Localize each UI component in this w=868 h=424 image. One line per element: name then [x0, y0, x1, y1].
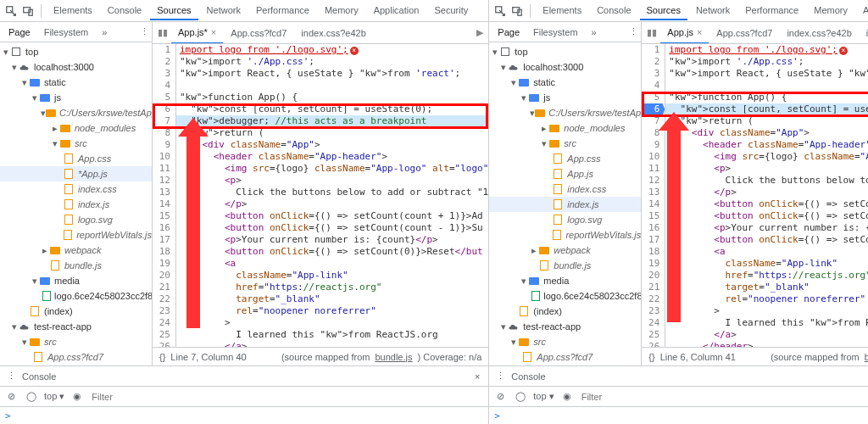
file-tab[interactable]: App.css?fcd7 [224, 22, 294, 44]
tree-file[interactable]: logo.svg [489, 212, 641, 227]
tree-file[interactable]: App.css [489, 151, 641, 166]
code-editor[interactable]: 1234567891011121314151617181920212223242… [642, 44, 868, 347]
file-tab[interactable]: index.js [860, 22, 868, 44]
code-editor[interactable]: 1234567891011121314151617181920212223242… [153, 44, 488, 347]
console-tab[interactable]: Console [511, 371, 545, 382]
stop-icon[interactable]: ⊘ [492, 389, 508, 404]
braces-icon[interactable]: {} [159, 352, 165, 362]
console-prompt[interactable]: > [0, 407, 488, 424]
tree-js[interactable]: ▾js [0, 90, 152, 105]
sidebar-tab-page[interactable]: Page [492, 25, 525, 40]
file-tab-active[interactable]: App.js× [660, 22, 709, 44]
tree-file[interactable]: App.css [0, 151, 152, 166]
context-selector[interactable]: top ▾ [533, 391, 554, 402]
tree-file-active[interactable]: index.js [489, 197, 641, 212]
tree-file-active[interactable]: *App.js [0, 166, 152, 181]
tree-node-modules[interactable]: ▸node_modules [489, 120, 641, 136]
panel-tab-elements[interactable]: Elements [536, 2, 588, 20]
tree-bundle[interactable]: bundle.js [0, 258, 152, 273]
panel-tab-performance[interactable]: Performance [738, 2, 805, 20]
file-tree[interactable]: ▾top ▾localhost:3000 ▾static ▾js ▾C:/Use… [489, 42, 641, 365]
tree-file[interactable]: index.css [0, 181, 152, 197]
tree-file[interactable]: App.css?fcd7 [489, 349, 641, 365]
panel-tab-network[interactable]: Network [689, 2, 737, 20]
inspect-icon[interactable] [3, 3, 19, 19]
tree-file[interactable]: logo.svg [0, 212, 152, 227]
sidebar-tab-page[interactable]: Page [3, 25, 36, 40]
panel-tab-memory[interactable]: Memory [807, 2, 854, 20]
tree-domain[interactable]: ▾localhost:3000 [0, 59, 152, 75]
more-icon[interactable]: ⋮ [3, 369, 19, 384]
eye-icon[interactable]: ◉ [70, 389, 85, 404]
tree-cloud-app[interactable]: ▾test-react-app [489, 319, 641, 334]
tree-file[interactable]: App.css?fcd7 [0, 349, 152, 365]
tree-cloud-src[interactable]: ▾src [489, 334, 641, 349]
tree-cloud-src[interactable]: ▾src [0, 334, 152, 349]
clear-icon[interactable]: ◯ [513, 389, 528, 404]
tree-src[interactable]: ▾src [489, 136, 641, 151]
device-toggle-icon[interactable] [20, 3, 36, 19]
file-tree[interactable]: ▾top ▾localhost:3000 ▾static ▾js ▾C:/Use… [0, 42, 152, 365]
close-icon[interactable]: × [470, 369, 485, 384]
tree-file[interactable]: reportWebVitals.js [0, 227, 152, 243]
panel-tab-security[interactable]: Security [427, 2, 475, 20]
panel-tab-performance[interactable]: Performance [249, 2, 316, 20]
tree-media[interactable]: ▾media [0, 273, 152, 288]
tree-path[interactable]: ▾C:/Users/krswe/testApp… [489, 105, 641, 120]
console-filter-input[interactable] [580, 391, 868, 403]
more-icon[interactable]: ⋮ [626, 25, 641, 40]
tree-file[interactable]: index.css [489, 181, 641, 197]
tree-js[interactable]: ▾js [489, 90, 641, 105]
tree-src[interactable]: ▾src [0, 136, 152, 151]
more-icon[interactable]: ⋮ [492, 369, 508, 384]
tabs-menu-icon[interactable]: ▮▮ [643, 27, 660, 38]
sidebar-tab-more[interactable]: » [97, 25, 112, 40]
eye-icon[interactable]: ◉ [559, 389, 575, 404]
tree-file[interactable]: index.js [0, 197, 152, 212]
tree-static[interactable]: ▾static [489, 75, 641, 90]
tree-logo-hash[interactable]: logo.6ce24c58023cc2f8 [489, 288, 641, 304]
chevron-right-icon[interactable]: ▶ [471, 27, 488, 38]
tree-bundle[interactable]: bundle.js [489, 258, 641, 273]
panel-tab-elements[interactable]: Elements [47, 2, 99, 20]
sidebar-tab-more[interactable]: » [587, 25, 602, 40]
tree-logo-hash[interactable]: logo.6ce24c58023cc2f8 [0, 288, 152, 304]
panel-tab-application[interactable]: Application [856, 2, 868, 20]
tree-webpack[interactable]: ▸webpack [489, 243, 641, 258]
tree-top[interactable]: ▾top [0, 44, 152, 59]
tree-index[interactable]: (index) [489, 304, 641, 319]
clear-icon[interactable]: ◯ [24, 389, 39, 404]
tree-webpack[interactable]: ▸webpack [0, 243, 152, 258]
braces-icon[interactable]: {} [648, 352, 654, 362]
stop-icon[interactable]: ⊘ [3, 389, 19, 404]
tree-file[interactable]: reportWebVitals.js [489, 227, 641, 243]
console-filter-input[interactable] [90, 391, 485, 403]
source-map-link[interactable]: bundle.js [375, 352, 412, 362]
file-tab[interactable]: index.css?e42b [294, 22, 373, 44]
close-icon[interactable]: × [697, 27, 702, 37]
close-icon[interactable]: × [211, 27, 216, 37]
tree-static[interactable]: ▾static [0, 75, 152, 90]
file-tab[interactable]: App.css?fcd7 [709, 22, 780, 44]
tree-cloud-app[interactable]: ▾test-react-app [0, 319, 152, 334]
tree-index[interactable]: (index) [0, 304, 152, 319]
panel-tab-sources[interactable]: Sources [150, 2, 198, 20]
sidebar-tab-filesystem[interactable]: Filesystem [39, 25, 94, 40]
panel-tab-console[interactable]: Console [590, 2, 637, 20]
tree-path[interactable]: ▾C:/Users/krswe/testApp… [0, 105, 152, 120]
console-prompt[interactable]: > [489, 407, 868, 424]
panel-tab-sources[interactable]: Sources [640, 2, 687, 20]
tree-domain[interactable]: ▾localhost:3000 [489, 59, 641, 75]
tree-file[interactable]: App.js [489, 166, 641, 181]
tree-node-modules[interactable]: ▸node_modules [0, 120, 152, 136]
inspect-icon[interactable] [492, 3, 508, 19]
sidebar-tab-filesystem[interactable]: Filesystem [528, 25, 583, 40]
tree-media[interactable]: ▾media [489, 273, 641, 288]
tabs-menu-icon[interactable]: ▮▮ [154, 27, 171, 38]
context-selector[interactable]: top ▾ [44, 391, 64, 402]
more-icon[interactable]: ⋮ [136, 25, 152, 40]
file-tab[interactable]: index.css?e42b [780, 22, 859, 44]
file-tab-active[interactable]: App.js*× [171, 22, 224, 44]
device-toggle-icon[interactable] [509, 3, 525, 19]
panel-tab-memory[interactable]: Memory [318, 2, 365, 20]
